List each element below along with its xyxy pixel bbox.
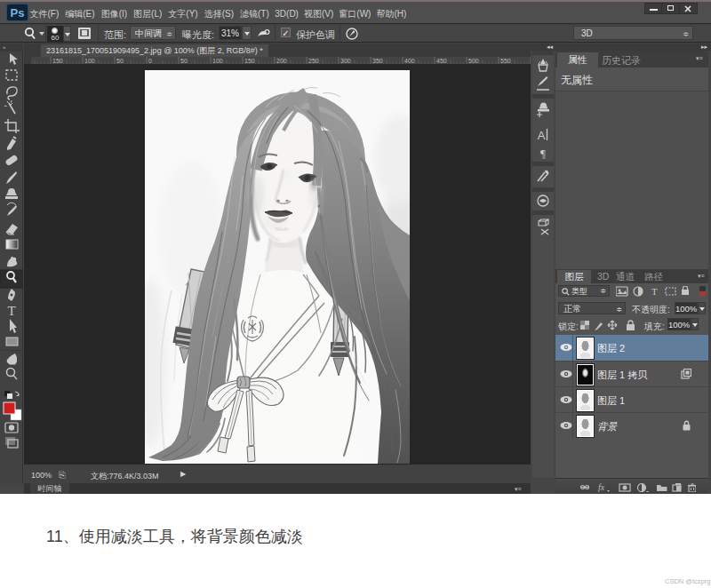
- svg-text:¶: ¶: [540, 147, 546, 160]
- svg-text:250: 250: [308, 58, 319, 64]
- svg-text:550: 550: [500, 58, 511, 64]
- svg-text:150: 150: [244, 58, 255, 64]
- svg-text:500: 500: [468, 58, 479, 64]
- svg-text:100: 100: [212, 58, 223, 64]
- svg-text:A: A: [538, 129, 546, 142]
- svg-text:T: T: [651, 286, 658, 297]
- svg-text:T: T: [7, 304, 15, 318]
- svg-text:350: 350: [372, 58, 383, 64]
- svg-text:0: 0: [148, 58, 152, 64]
- svg-text:fx: fx: [598, 482, 605, 492]
- svg-text:300: 300: [340, 58, 351, 64]
- svg-text:200: 200: [276, 58, 287, 64]
- svg-text:50: 50: [180, 58, 188, 64]
- svg-text:50: 50: [116, 58, 124, 64]
- svg-text:450: 450: [436, 58, 447, 64]
- svg-text:100: 100: [84, 58, 95, 64]
- svg-text:150: 150: [52, 58, 63, 64]
- svg-text:400: 400: [404, 58, 415, 64]
